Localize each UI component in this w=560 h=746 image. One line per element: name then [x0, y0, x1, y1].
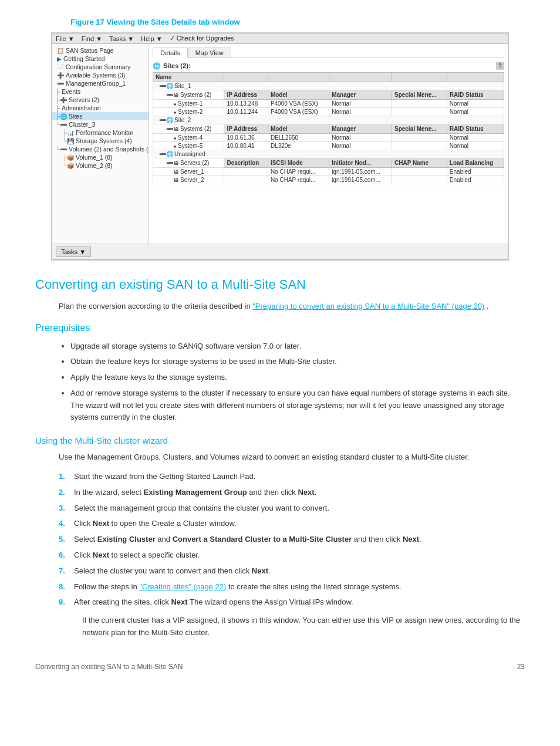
- site1-system1-row[interactable]: ⬥ System-1 10.0.13.248 P4000 VSA (ESX) N…: [153, 100, 504, 108]
- menu-tasks[interactable]: Tasks ▼: [109, 35, 134, 42]
- col-empty3: [329, 73, 392, 82]
- servers-icon: ├➕: [56, 97, 67, 103]
- server1-icon: 🖥: [173, 168, 179, 175]
- step-9: 9. After creating the sites, click Next …: [59, 596, 525, 609]
- app-body: 📋 SAN Status Page ▶ Getting Started 📄 Co…: [52, 44, 508, 244]
- prereq-item-3: Apply the feature keys to the storage sy…: [70, 372, 525, 384]
- available-systems-icon: ➕: [57, 72, 64, 79]
- tree-getting-started[interactable]: ▶ Getting Started: [52, 55, 149, 63]
- site2-systems-cell: ➖🖥 Systems (2): [153, 124, 224, 134]
- storage-systems-icon: └💾: [63, 138, 74, 144]
- site1-system2-row[interactable]: ⬥ System-2 10.0.11.244 P4000 VSA (ESX) N…: [153, 108, 504, 116]
- site1-label: ➖🌐 Site_1: [156, 83, 501, 89]
- tree-config-summary[interactable]: 📄 Configuration Summary: [52, 63, 149, 71]
- tree-getting-started-label: Getting Started: [63, 55, 105, 62]
- tab-details[interactable]: Details: [153, 48, 188, 58]
- wizard-intro: Use the Management Groups, Clusters, and…: [59, 451, 525, 464]
- step-5: 5. Select Existing Cluster and Convert a…: [59, 534, 525, 546]
- server2-row[interactable]: 🖥 Server_2 No CHAP requi... iqn:1991-05.…: [153, 176, 504, 184]
- cluster3-icon: └➖: [56, 121, 67, 128]
- figure-section: Figure 17 Viewing the Sites Details tab …: [35, 18, 525, 261]
- step-6: 6. Click Next to select a specific clust…: [59, 549, 525, 562]
- site2-system5-name: ⬥ System-5: [153, 142, 224, 150]
- tree-mgmt-group[interactable]: ➖ ManagementGroup_1: [52, 79, 149, 87]
- step4-num: 4.: [59, 518, 68, 530]
- tree-volume1[interactable]: ├📦 Volume_1 (8): [52, 153, 149, 161]
- tree-servers[interactable]: ├➕ Servers (2): [52, 96, 149, 104]
- unassigned-label: ➖🌐 Unassigned: [156, 151, 501, 157]
- step-8: 8. Follow the steps in "Creating sites" …: [59, 581, 525, 593]
- mgmt-group-icon: ➖: [57, 80, 64, 87]
- site1-row[interactable]: ➖🌐 Site_1: [153, 82, 504, 90]
- site2-row[interactable]: ➖🌐 Site_2: [153, 116, 504, 124]
- s2-col-ip: IP Address: [224, 124, 268, 134]
- step9-num: 9.: [59, 596, 68, 609]
- figure-title: Figure 17 Viewing the Sites Details tab …: [70, 18, 240, 26]
- step8-link[interactable]: "Creating sites" (page 22): [139, 582, 226, 591]
- site1-systems-icon: ➖🖥: [166, 92, 179, 98]
- prerequisites-title: Prerequisites: [35, 323, 525, 333]
- tree-cluster3[interactable]: └➖ Cluster_3: [52, 120, 149, 129]
- menu-file[interactable]: File ▼: [56, 35, 75, 42]
- site2-system4-row[interactable]: ⬥ System-4 10.0.61.36 DELL2650 Normal No…: [153, 134, 504, 142]
- wizard-steps: 1. Start the wizard from the Getting Sta…: [59, 471, 525, 609]
- unassigned-servers-label: ➖🖥 Servers (2): [156, 160, 221, 166]
- app-window: File ▼ Find ▼ Tasks ▼ Help ▼ ✓ Check for…: [52, 33, 508, 260]
- prereq-item-1: Upgrade all storage systems to SAN/iQ so…: [70, 340, 525, 353]
- tree-perf-monitor[interactable]: ├📊 Performance Monitor: [52, 129, 149, 137]
- app-menubar: File ▼ Find ▼ Tasks ▼ Help ▼ ✓ Check for…: [52, 33, 508, 44]
- menu-check-upgrades[interactable]: ✓ Check for Upgrades: [170, 35, 234, 42]
- site1-icon: ➖🌐: [159, 83, 173, 89]
- sites-header: 🌐 Sites (2): ?: [153, 62, 504, 70]
- footer-page: 23: [517, 663, 525, 671]
- wizard-title: Using the Multi-Site cluster wizard: [35, 436, 525, 445]
- s2-col-special: Special Mene...: [392, 124, 447, 134]
- site2-system5-row[interactable]: ⬥ System-5 10.0.80.41 DL320e Normal Norm…: [153, 142, 504, 150]
- menu-find[interactable]: Find ▼: [82, 35, 102, 42]
- step8-text: Follow the steps in "Creating sites" (pa…: [74, 581, 525, 593]
- srv1-name-cell: 🖥 Server_1: [156, 168, 221, 175]
- tree-events[interactable]: ├ Events: [52, 87, 149, 96]
- tree-available-systems-label: Available Systems (3): [66, 72, 125, 79]
- intro-text-end: .: [487, 302, 489, 310]
- tree-san-status[interactable]: 📋 SAN Status Page: [52, 46, 149, 55]
- server2-icon: 🖥: [173, 177, 179, 183]
- tasks-button[interactable]: Tasks ▼: [56, 247, 91, 257]
- step7-text: Select the cluster you want to convert a…: [74, 565, 525, 578]
- sites-count-label: Sites (2):: [163, 62, 190, 69]
- tree-volume1-label: Volume_1 (8): [76, 154, 112, 161]
- step7-num: 7.: [59, 565, 68, 578]
- help-icon[interactable]: ?: [496, 62, 504, 70]
- tree-administration[interactable]: ├ Administration: [52, 104, 149, 112]
- san-status-icon: 📋: [57, 48, 64, 54]
- server2-name: 🖥 Server_2: [153, 176, 224, 184]
- unassigned-cell: ➖🌐 Unassigned: [153, 150, 504, 158]
- tree-volumes[interactable]: └➖ Volumes (2) and Snapshots (8): [52, 145, 149, 153]
- s1-col-ip: IP Address: [224, 90, 268, 100]
- s2-col-raid: RAID Status: [447, 124, 504, 134]
- s1-col-manager: Manager: [329, 90, 392, 100]
- tab-map-view[interactable]: Map View: [188, 48, 231, 58]
- tree-sites-label: Sites: [69, 113, 82, 120]
- unassigned-servers-cell: ➖🖥 Servers (2): [153, 158, 224, 168]
- volumes-icon: └➖: [56, 146, 67, 153]
- intro-link[interactable]: "Preparing to convert an existing SAN to…: [252, 302, 484, 310]
- step-2: 2. In the wizard, select Existing Manage…: [59, 487, 525, 499]
- unassigned-row[interactable]: ➖🌐 Unassigned: [153, 150, 504, 158]
- tree-available-systems[interactable]: ➕ Available Systems (3): [52, 71, 149, 79]
- unassigned-servers-icon: ➖🖥: [166, 160, 179, 166]
- tree-volumes-label: Volumes (2) and Snapshots (8): [69, 146, 149, 153]
- u-col-desc: Description: [224, 158, 268, 168]
- system5-icon: ⬥: [173, 143, 177, 149]
- step-1: 1. Start the wizard from the Getting Sta…: [59, 471, 525, 483]
- menu-help[interactable]: Help ▼: [141, 35, 163, 42]
- tree-volume2[interactable]: └📦 Volume_2 (8): [52, 161, 149, 170]
- tree-san-status-label: SAN Status Page: [66, 47, 114, 54]
- col-empty5: [447, 73, 504, 82]
- server1-row[interactable]: 🖥 Server_1 No CHAP requi... iqn:1991-05.…: [153, 168, 504, 176]
- intro-paragraph: Plan the conversion according to the cri…: [59, 301, 525, 312]
- tree-mgmt-group-label: ManagementGroup_1: [66, 80, 126, 87]
- tree-sites[interactable]: ├🌐 Sites: [52, 112, 149, 120]
- system1-icon: ⬥: [173, 100, 177, 107]
- tree-storage-systems[interactable]: └💾 Storage Systems (4): [52, 137, 149, 145]
